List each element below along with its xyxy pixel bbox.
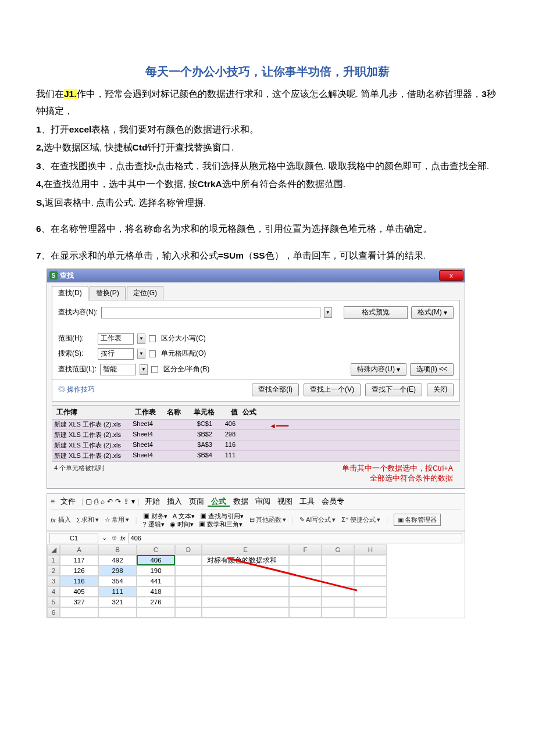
cell-checkbox[interactable] — [149, 350, 156, 357]
fav-button[interactable]: ☆常用▾ — [105, 515, 129, 524]
scope-select[interactable]: 工作表 — [98, 333, 134, 345]
format-button[interactable]: 格式(M) ▾ — [411, 306, 454, 319]
formula-bar[interactable]: 406 — [128, 533, 462, 543]
find-prev-button[interactable]: 查找上一个(V) — [304, 384, 361, 396]
special-content-button[interactable]: 特殊内容(U) ▾ — [351, 363, 406, 376]
text-button[interactable]: 文本 — [179, 513, 191, 519]
search-select[interactable]: 按行 — [98, 348, 134, 360]
result-row[interactable]: 新建 XLS 工作表 (2).xlsSheet4$B$2298 — [52, 430, 460, 440]
math-button[interactable]: 数学和三角 — [207, 521, 239, 528]
menu-开始[interactable]: 开始 — [141, 497, 163, 506]
sum-button[interactable]: Σ求和▾ — [77, 515, 99, 524]
case-checkbox[interactable] — [149, 335, 156, 342]
menu-公式[interactable]: 公式 — [208, 497, 230, 507]
other-fn-button[interactable]: ⊟其他函数▾ — [249, 515, 286, 524]
step-6: 6、在名称管理器中，将名称命名为求和的垠元格颜色，引用位置为选择颜色堆元格，单击… — [36, 220, 499, 237]
tips-link[interactable]: ◎ 操作技巧 — [58, 385, 95, 395]
label-lookin: 查找范围(L): — [58, 364, 97, 374]
time-button[interactable]: 时间 — [177, 521, 190, 528]
menu-数据[interactable]: 数据 — [230, 497, 252, 506]
step-2: 2,选中数据区域, 快捷械Ctd钎打开查找替换窗口. — [36, 139, 499, 156]
menu-会员专[interactable]: 会员专 — [318, 497, 348, 506]
financial-button[interactable]: 财务 — [151, 513, 164, 519]
menu-插入[interactable]: 插入 — [163, 497, 186, 506]
intro: 我们在J1.作中，羟常会遇到对标记颜色的数据进行求和，这个应该怎么解决呢. 简单… — [36, 85, 499, 120]
menu-工具[interactable]: 工具 — [296, 497, 318, 506]
menu-icon[interactable]: ≡ — [51, 497, 55, 506]
undo-icon[interactable]: ↶ — [107, 497, 113, 506]
label-halfwidth: 区分全/半角(B) — [163, 364, 209, 374]
format-preview: 格式预览 — [344, 306, 408, 319]
scope-dropdown[interactable]: ▼ — [137, 334, 145, 344]
label-find-content: 查找内容(N): — [58, 307, 98, 317]
label-cellmatch: 单元格匹配(O) — [161, 349, 206, 359]
find-next-button[interactable]: 查找下一个(E) — [365, 384, 422, 396]
options-button[interactable]: 选项(I) << — [410, 363, 454, 376]
find-all-button[interactable]: 查找全部(l) — [252, 384, 299, 396]
menu-页面[interactable]: 页面 — [186, 497, 208, 506]
name-box[interactable]: C1 — [49, 533, 98, 543]
lookup-button[interactable]: 查找与引用 — [208, 513, 240, 519]
dialog-title: 查找 — [60, 271, 74, 281]
result-row[interactable]: 新建 XLS 工作表 (2).xlsSheet4$A$3116 — [52, 440, 460, 451]
share-icon[interactable]: ⇪ — [123, 497, 129, 506]
lookin-select[interactable]: 智能 — [100, 364, 136, 375]
tab-goto[interactable]: 定位(G) — [127, 286, 163, 300]
label-case: 区分大小写(C) — [161, 334, 206, 343]
print-icon[interactable]: ⎙ — [94, 497, 98, 506]
step-7: 7、在显示求和的单元格单击，输入求和公式=SUm（SS色），单击回车，可以查看计… — [36, 247, 499, 264]
save-icon[interactable]: ▢ — [85, 497, 92, 506]
quick-formula-button[interactable]: Σ⁺便捷公式▾ — [341, 515, 380, 524]
tab-replace[interactable]: 替换(P) — [90, 286, 126, 300]
app-icon: S — [49, 271, 58, 280]
result-row[interactable]: 新建 XLS 工作表 (2).xlsSheet4$B$4111 — [52, 451, 460, 461]
spreadsheet-window: ≡ 文件 | ▢ ⎙ ⌕ ↶ ↷ ⇪ ▾ | 开始插入页面公式数据审阅视图工具会… — [47, 493, 465, 618]
step-4: 4,在查找范用中，选中其中一个数据, 按CtrkA选中所有符合条件的数据范围. — [36, 175, 499, 192]
step-1: 1、打开excel表格，我们要对有颜色的数据进行求和。 — [36, 121, 499, 138]
redo-icon[interactable]: ↷ — [115, 497, 121, 506]
ai-formula-button[interactable]: ✎AI写公式▾ — [299, 515, 336, 524]
article-title: 每天一个办公小技巧，让你事半功倍，升职加薪 — [36, 64, 499, 80]
label-scope: 范围(H): — [58, 334, 94, 343]
step-5: S,返回表格中. 点击公式. 选择名称管理摒. — [36, 194, 499, 211]
logic-button[interactable]: 逻辑 — [148, 521, 161, 528]
find-content-input[interactable] — [101, 307, 320, 318]
menu-审阅[interactable]: 审阅 — [252, 497, 274, 506]
result-row[interactable]: 新建 XLS 工作表 (2).xlsSheet4$C$1406◄━━━ — [52, 420, 460, 430]
menu-视图[interactable]: 视图 — [274, 497, 296, 506]
close-dialog-button[interactable]: 关闭 — [427, 384, 454, 396]
tab-find[interactable]: 查找(D) — [52, 286, 88, 300]
status-text: 4 个单元格被找到 — [54, 464, 104, 483]
lookin-dropdown[interactable]: ▼ — [140, 364, 148, 375]
step-3: 3、在查找图换中，点击查找•点击格式，我们选择从胞元格中选取颜色. 吸取我格中的… — [36, 157, 499, 174]
label-search: 搜索(S): — [58, 349, 94, 359]
find-dialog: S查找 x 查找(D) 替换(P) 定位(G) 查找内容(N): ▼ 格式预览 … — [47, 268, 465, 489]
annotation: 单击其中一个数据选中，按Ctrl+A全部选中符合条件的数据 — [342, 464, 458, 483]
close-button[interactable]: x — [439, 270, 463, 281]
spreadsheet-grid[interactable]: ◢ABCDEFGH1117492406对标有颜色的数据求和21262981903… — [47, 544, 465, 618]
preview-icon[interactable]: ⌕ — [101, 497, 105, 506]
results-header: 工作簿 工作表 名称 单元格 值 公式 — [52, 405, 460, 420]
menu-file[interactable]: 文件 — [57, 496, 79, 507]
name-manager-button[interactable]: ▣名称管理器 — [394, 514, 441, 526]
halfwidth-checkbox[interactable] — [151, 366, 158, 373]
find-content-dropdown[interactable]: ▼ — [324, 307, 332, 318]
search-dropdown[interactable]: ▼ — [137, 349, 145, 359]
insert-fn-button[interactable]: fx插入 — [51, 515, 71, 524]
